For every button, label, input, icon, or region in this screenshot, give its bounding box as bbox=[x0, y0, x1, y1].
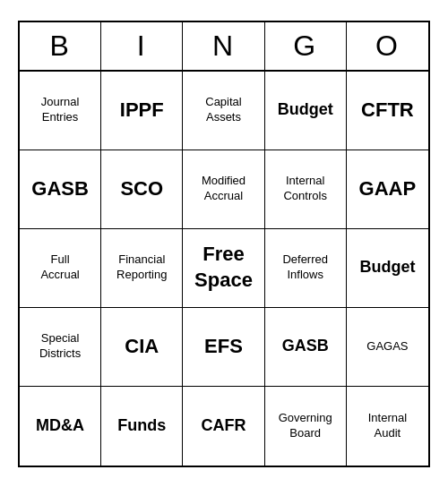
bingo-grid: JournalEntriesIPPFCapitalAssetsBudgetCFT… bbox=[20, 72, 428, 466]
header-letter: O bbox=[347, 22, 428, 70]
bingo-cell: InternalAudit bbox=[347, 387, 428, 466]
bingo-cell: EFS bbox=[183, 308, 264, 387]
bingo-cell: GAAP bbox=[347, 150, 428, 229]
bingo-cell: IPPF bbox=[101, 72, 183, 150]
bingo-cell: SpecialDistricts bbox=[20, 308, 101, 387]
header-letter: I bbox=[101, 22, 183, 70]
bingo-cell: InternalControls bbox=[265, 150, 347, 229]
bingo-cell: CIA bbox=[101, 308, 183, 387]
bingo-cell: GAGAS bbox=[347, 308, 428, 387]
bingo-cell: Budget bbox=[347, 229, 428, 308]
bingo-cell: ModifiedAccrual bbox=[183, 150, 264, 229]
bingo-cell: Budget bbox=[265, 72, 347, 150]
bingo-cell: CAFR bbox=[183, 387, 264, 466]
bingo-cell: GoverningBoard bbox=[265, 387, 347, 466]
bingo-cell: JournalEntries bbox=[20, 72, 101, 150]
header-letter: B bbox=[20, 22, 101, 70]
bingo-header: BINGO bbox=[20, 22, 428, 72]
bingo-cell: FinancialReporting bbox=[101, 229, 183, 308]
bingo-cell: SCO bbox=[101, 150, 183, 229]
bingo-cell: MD&A bbox=[20, 387, 101, 466]
bingo-cell: FreeSpace bbox=[183, 229, 264, 308]
bingo-cell: Funds bbox=[101, 387, 183, 466]
header-letter: N bbox=[183, 22, 264, 70]
header-letter: G bbox=[265, 22, 347, 70]
bingo-cell: GASB bbox=[265, 308, 347, 387]
bingo-card: BINGO JournalEntriesIPPFCapitalAssetsBud… bbox=[18, 21, 430, 467]
bingo-cell: CFTR bbox=[347, 72, 428, 150]
bingo-cell: GASB bbox=[20, 150, 101, 229]
bingo-cell: FullAccrual bbox=[20, 229, 101, 308]
bingo-cell: CapitalAssets bbox=[183, 72, 264, 150]
bingo-cell: DeferredInflows bbox=[265, 229, 347, 308]
